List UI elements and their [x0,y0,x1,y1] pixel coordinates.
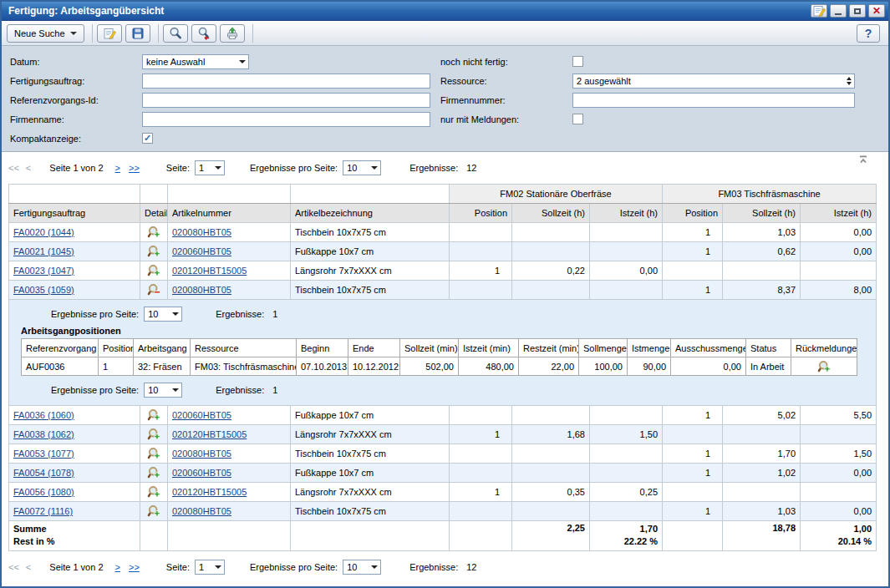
last-page-link[interactable]: >> [129,562,140,572]
referenzvorgangs-id-label: Referenzvorgangs-Id: [10,95,142,105]
fertigungsauftrag-link[interactable]: FA0038 (1062) [13,429,74,439]
reset-search-button[interactable] [191,24,216,43]
artikelbezeichnung: Fußkappe 10x7 cm [291,406,450,425]
help-button[interactable]: ? [857,24,880,43]
fertigungsauftrag-link[interactable]: FA0023 (1047) [13,266,74,276]
fertigungsauftrag-link[interactable]: FA0072 (1116) [13,506,73,516]
next-page-link[interactable]: > [115,163,120,173]
results-count: 12 [466,562,476,572]
next-page-link[interactable]: > [115,562,120,572]
firmenname-input[interactable] [142,112,430,127]
detail-per-page-select[interactable]: 10 [144,383,182,398]
artikelnummer-link[interactable]: 020080HBT05 [172,449,231,459]
detail-per-page-select[interactable]: 10 [144,307,182,322]
new-search-button[interactable]: Neue Suche [7,24,84,43]
kompaktanzeige-checkbox[interactable]: ✓ [142,133,153,144]
col-ressource: Ressource [191,339,297,357]
help-icon: ? [865,27,872,40]
fertigungsauftrag-link[interactable]: FA0035 (1059) [13,285,74,295]
fertigungsauftrag-link[interactable]: FA0056 (1080) [13,487,74,497]
note-button[interactable] [811,4,827,18]
save-button[interactable] [125,24,150,43]
chevron-down-icon [172,388,179,392]
group-header-fm03: FM03 Tischfräsmaschine [663,185,877,204]
artikelbezeichnung: Tischbein 10x7x75 cm [291,502,450,521]
referenzvorgangs-id-input[interactable] [142,93,430,108]
last-page-link[interactable]: >> [129,163,140,173]
close-button[interactable]: ✕ [868,4,885,18]
fertigungsauftrag-link[interactable]: FA0054 (1078) [13,468,74,478]
maximize-button[interactable] [849,4,866,18]
artikelnummer-link[interactable]: 020120HBT15005 [172,266,247,276]
per-page-select[interactable]: 10 [343,160,381,175]
fertigungsauftrag-link[interactable]: FA0021 (1045) [13,246,74,256]
pagination-bottom: << < Seite 1 von 2 > >> Seite: 1 Ergebni… [8,558,888,576]
expand-detail-button[interactable] [141,245,166,258]
nur-mit-meldungen-checkbox[interactable] [572,114,583,124]
noch-nicht-fertig-checkbox[interactable] [572,56,583,67]
rueckmeldungen-button[interactable] [792,360,856,373]
summary-label: Summe [13,523,135,535]
fertigungsauftrag-input[interactable] [142,74,430,89]
expand-detail-button[interactable] [141,428,166,441]
sollzeit-fm02 [512,464,590,483]
artikelnummer-link[interactable]: 020060HBT05 [172,410,231,420]
artikelbezeichnung: Längsrohr 7x7xXXX cm [291,483,450,502]
results-panel: << < Seite 1 von 2 > >> Seite: 1 Ergebni… [2,152,888,586]
artikelnummer-link[interactable]: 020060HBT05 [172,246,231,256]
col-sollzeit-min: Sollzeit (min) [400,339,459,357]
col-position-fm02: Position [450,204,512,223]
datum-select[interactable]: keine Auswahl [142,54,249,69]
magnifier-minus-icon [147,283,160,297]
search-button[interactable] [163,24,188,43]
expand-detail-button[interactable] [141,466,166,479]
ressource-multiselect[interactable]: 2 ausgewählt [572,74,855,89]
fertigungsauftrag-link[interactable]: FA0036 (1060) [13,410,74,420]
istzeit-fm02 [590,223,663,242]
artikelbezeichnung: Tischbein 10x7x75 cm [291,444,450,464]
artikelbezeichnung: Längsrohr 7x7xXXX cm [291,261,450,281]
position-fm03: 1 [663,223,723,242]
expand-detail-button[interactable] [141,264,166,277]
edit-note-button[interactable] [97,24,122,43]
artikelnummer-link[interactable]: 020120HBT15005 [172,429,247,439]
restzeit-min: 22,00 [519,357,579,376]
artikelnummer-link[interactable]: 020080HBT05 [172,227,231,237]
page-select[interactable]: 1 [195,160,225,175]
istzeit-fm03: 1,50 [801,444,877,464]
firmennummer-input[interactable] [572,93,855,108]
fertigungsauftrag-link[interactable]: FA0020 (1044) [13,227,74,237]
expand-detail-button[interactable] [141,485,166,499]
artikelnummer-link[interactable]: 020080HBT05 [172,285,231,295]
arbeitsgang-row: AUF0036 1 32: Fräsen FM03: Tischfräsmasc… [22,357,857,376]
detail-pager-top: Ergebnisse pro Seite: 10 Ergebnisse: 1 [16,304,869,324]
artikelnummer-link[interactable]: 020080HBT05 [172,506,231,516]
col-ausschussmenge: Ausschussmenge [671,339,746,357]
expand-detail-button[interactable] [141,447,166,460]
collapse-detail-button[interactable] [141,283,166,297]
sollzeit-fm03: 1,70 [723,444,801,464]
table-row: FA0036 (1060) 020060HBT05 Fußkappe 10x7 … [9,406,877,425]
istzeit-fm02: 1,50 [590,425,663,444]
per-page-select[interactable]: 10 [343,560,381,575]
artikelbezeichnung: Längsrohr 7x7xXXX cm [291,425,450,444]
artikelnummer-link[interactable]: 020120HBT15005 [172,487,247,497]
istzeit-fm03 [801,425,877,444]
istzeit-fm03 [801,483,877,502]
expand-detail-button[interactable] [141,408,166,422]
results-label: Ergebnisse: [216,385,264,395]
export-button[interactable] [220,24,245,43]
results-label: Ergebnisse: [409,163,458,173]
artikelnummer-link[interactable]: 020060HBT05 [172,468,231,478]
expand-detail-button[interactable] [141,504,166,518]
prev-page-link: < [26,562,31,572]
minimize-button[interactable] [830,4,847,18]
sollzeit-fm03: 1,03 [723,502,801,521]
collapse-filter-button[interactable] [857,155,870,166]
fertigungsauftrag-link[interactable]: FA0053 (1077) [13,449,74,459]
firmenname-label: Firmenname: [10,114,142,124]
position-fm03: 1 [663,281,723,300]
page-select[interactable]: 1 [195,560,225,575]
artikelbezeichnung: Fußkappe 10x7 cm [291,464,450,483]
expand-detail-button[interactable] [141,226,166,239]
